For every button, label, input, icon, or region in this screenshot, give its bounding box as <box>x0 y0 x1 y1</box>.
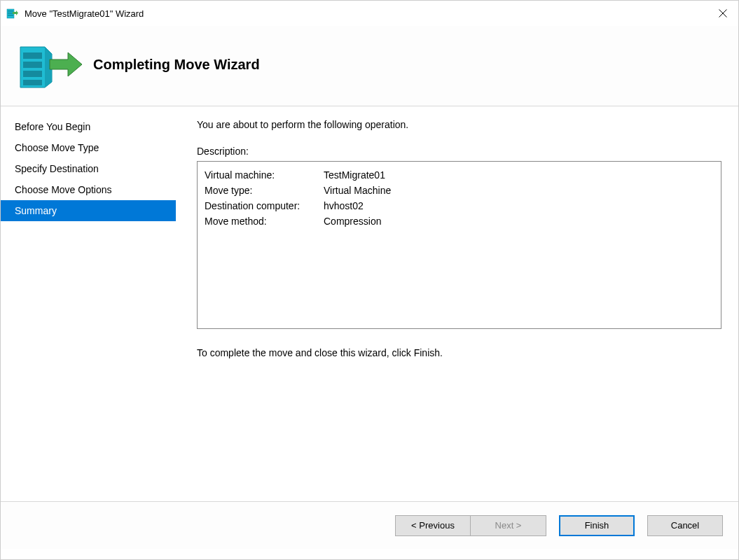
detail-value: Virtual Machine <box>324 183 714 198</box>
sidebar-item-choose-move-options[interactable]: Choose Move Options <box>1 179 176 200</box>
sidebar: Before You Begin Choose Move Type Specif… <box>1 106 176 501</box>
svg-rect-1 <box>8 10 13 12</box>
wizard-icon <box>6 7 19 20</box>
detail-row-move-method: Move method: Compression <box>205 214 714 229</box>
sidebar-item-label: Choose Move Options <box>15 184 112 195</box>
svg-rect-10 <box>23 71 42 77</box>
detail-row-virtual-machine: Virtual machine: TestMigrate01 <box>205 167 714 183</box>
svg-rect-8 <box>23 52 42 59</box>
completion-text: To complete the move and close this wiza… <box>197 347 721 358</box>
cancel-button[interactable]: Cancel <box>647 515 723 536</box>
close-icon <box>719 9 727 18</box>
sidebar-item-summary[interactable]: Summary <box>1 200 176 221</box>
detail-label: Move method: <box>205 214 324 229</box>
sidebar-item-specify-destination[interactable]: Specify Destination <box>1 158 176 179</box>
svg-rect-9 <box>23 62 42 68</box>
sidebar-item-choose-move-type[interactable]: Choose Move Type <box>1 137 176 158</box>
finish-button[interactable]: Finish <box>559 515 635 536</box>
detail-value: TestMigrate01 <box>324 167 714 183</box>
window-title: Move "TestMigrate01" Wizard <box>25 8 707 19</box>
detail-label: Move type: <box>205 183 324 198</box>
sidebar-item-label: Summary <box>15 205 57 216</box>
previous-button[interactable]: < Previous <box>395 515 471 536</box>
sidebar-item-label: Choose Move Type <box>15 142 99 153</box>
svg-rect-11 <box>23 80 42 85</box>
sidebar-item-before-you-begin[interactable]: Before You Begin <box>1 116 176 137</box>
detail-value: hvhost02 <box>324 198 714 214</box>
sidebar-item-label: Specify Destination <box>15 163 99 174</box>
main-panel: You are about to perform the following o… <box>176 106 738 501</box>
titlebar: Move "TestMigrate01" Wizard <box>1 1 738 26</box>
detail-row-move-type: Move type: Virtual Machine <box>205 183 714 198</box>
content-area: Before You Begin Choose Move Type Specif… <box>1 106 738 501</box>
detail-label: Virtual machine: <box>205 167 324 183</box>
page-title: Completing Move Wizard <box>93 57 260 73</box>
server-move-icon <box>13 40 83 89</box>
button-bar: < Previous Next > Finish Cancel <box>1 501 738 549</box>
description-box: Virtual machine: TestMigrate01 Move type… <box>197 161 721 329</box>
sidebar-item-label: Before You Begin <box>15 121 90 132</box>
description-label: Description: <box>197 146 721 157</box>
detail-row-destination-computer: Destination computer: hvhost02 <box>205 198 714 214</box>
svg-rect-3 <box>8 15 13 16</box>
detail-value: Compression <box>324 214 714 229</box>
header-section: Completing Move Wizard <box>1 26 738 106</box>
svg-rect-2 <box>8 13 13 14</box>
close-button[interactable] <box>707 1 738 26</box>
intro-text: You are about to perform the following o… <box>197 119 721 130</box>
detail-label: Destination computer: <box>205 198 324 214</box>
next-button[interactable]: Next > <box>471 515 546 536</box>
